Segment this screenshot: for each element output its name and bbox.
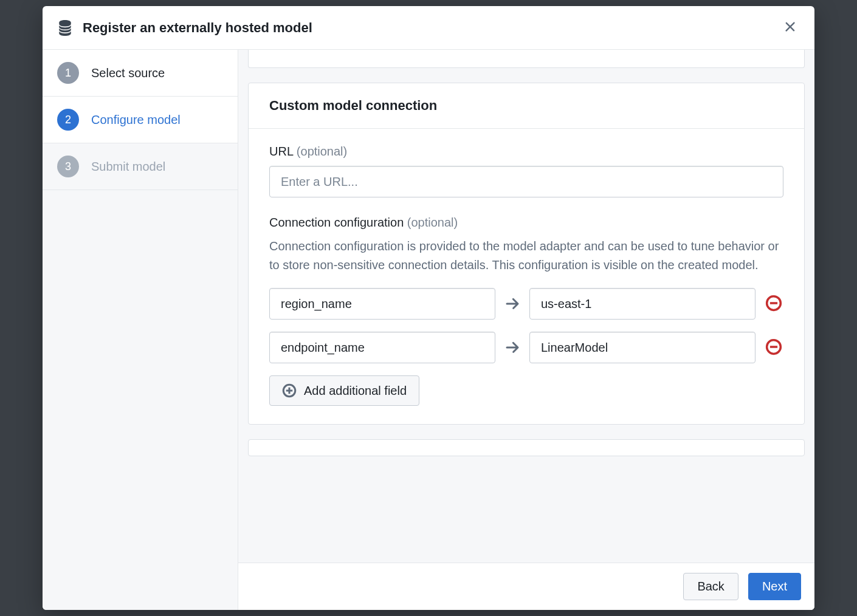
step-number-badge: 2: [57, 109, 79, 131]
url-optional: (optional): [297, 145, 347, 158]
next-button[interactable]: Next: [748, 573, 801, 600]
remove-row-button[interactable]: [764, 337, 783, 358]
close-button[interactable]: [780, 17, 800, 38]
config-label: Connection configuration: [269, 216, 404, 229]
arrow-right-icon: [504, 296, 521, 311]
content-area: Custom model connection URL (optional) C…: [238, 50, 814, 610]
scroll-area[interactable]: Custom model connection URL (optional) C…: [238, 50, 814, 563]
panel-title: Custom model connection: [249, 83, 804, 129]
config-label-row: Connection configuration (optional): [269, 216, 783, 230]
step-submit-model[interactable]: 3 Submit model: [43, 143, 238, 190]
url-label: URL: [269, 145, 293, 158]
dialog-header: Register an externally hosted model: [43, 6, 814, 50]
config-row: [269, 288, 783, 320]
step-label: Select source: [91, 66, 165, 80]
url-input[interactable]: [269, 166, 783, 197]
config-key-input[interactable]: [269, 288, 495, 320]
config-value-input[interactable]: [529, 332, 755, 363]
add-field-button[interactable]: Add additional field: [269, 375, 419, 406]
step-number-badge: 1: [57, 62, 79, 84]
panel-body: URL (optional) Connection configuration …: [249, 129, 804, 424]
previous-panel-bottom: [248, 50, 805, 68]
config-optional: (optional): [407, 216, 458, 229]
step-label: Configure model: [91, 113, 181, 127]
dialog-footer: Back Next: [238, 563, 814, 610]
dialog-title: Register an externally hosted model: [83, 20, 780, 36]
plus-circle-icon: [282, 383, 297, 398]
step-label: Submit model: [91, 160, 165, 174]
wizard-steps-sidebar: 1 Select source 2 Configure model 3 Subm…: [43, 50, 238, 610]
config-value-input[interactable]: [529, 288, 755, 320]
config-key-input[interactable]: [269, 332, 495, 363]
config-help-text: Connection configuration is provided to …: [269, 237, 783, 275]
database-icon: [57, 20, 73, 36]
next-panel-top: [248, 439, 805, 456]
back-button[interactable]: Back: [683, 573, 738, 600]
arrow-right-icon: [504, 340, 521, 355]
url-label-row: URL (optional): [269, 145, 783, 159]
custom-model-connection-panel: Custom model connection URL (optional) C…: [248, 83, 805, 425]
step-number-badge: 3: [57, 156, 79, 177]
remove-row-button[interactable]: [764, 293, 783, 315]
close-icon: [784, 21, 796, 35]
register-model-dialog: Register an externally hosted model 1 Se…: [43, 6, 814, 610]
step-select-source[interactable]: 1 Select source: [43, 50, 238, 97]
step-configure-model[interactable]: 2 Configure model: [43, 97, 238, 143]
remove-icon: [765, 295, 782, 313]
config-row: [269, 332, 783, 363]
add-field-label: Add additional field: [304, 384, 407, 398]
dialog-body: 1 Select source 2 Configure model 3 Subm…: [43, 50, 814, 610]
remove-icon: [765, 338, 782, 357]
